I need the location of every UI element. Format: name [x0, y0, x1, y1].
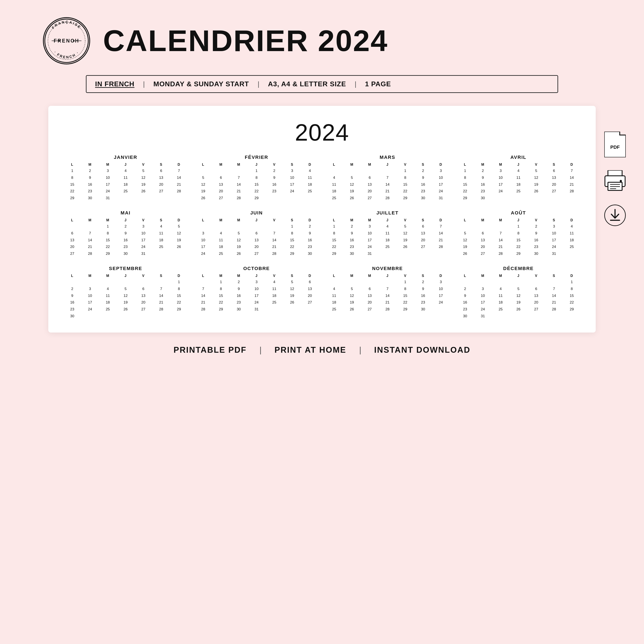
day-cell: 25: [379, 243, 396, 250]
month-block-5: JUINLMMJVSD12345678910111213141516171819…: [194, 210, 319, 257]
day-cell: 10: [283, 174, 301, 181]
day-cell: 2: [81, 167, 99, 174]
day-cell: 29: [510, 250, 527, 257]
day-cell: 26: [343, 195, 361, 202]
day-cell: 4: [117, 167, 135, 174]
info-item-2: A3, A4 & LETTER SIZE: [268, 80, 346, 88]
day-cell: 25: [99, 306, 117, 313]
day-cell: 10: [81, 292, 99, 299]
day-cell: 18: [99, 299, 117, 306]
week-row: 1234: [194, 167, 319, 174]
calendar-year: 2024: [63, 119, 581, 146]
day-cell: 5: [170, 223, 188, 230]
week-row: 19202122232425: [456, 243, 581, 250]
day-cell: 22: [170, 299, 188, 306]
day-cell: 15: [283, 237, 301, 244]
day-cell: 27: [63, 250, 81, 257]
pdf-icon: PDF: [604, 132, 626, 157]
day-cell: 27: [361, 195, 379, 202]
day-cell: 21: [81, 243, 99, 250]
day-cell: 9: [63, 292, 81, 299]
day-cell: 29: [212, 306, 230, 313]
day-cell: 18: [152, 237, 170, 244]
day-cell: 14: [563, 174, 581, 181]
week-row: 11121314151617: [325, 292, 450, 299]
day-cell: [230, 223, 248, 230]
day-header: S: [152, 273, 170, 279]
day-cell: 12: [134, 174, 152, 181]
day-cell: 19: [283, 292, 301, 299]
day-cell: [563, 195, 581, 202]
day-cell: [170, 195, 188, 202]
day-cell: 6: [361, 286, 379, 292]
week-row: 21222324252627: [194, 299, 319, 306]
day-header: V: [527, 217, 545, 223]
week-row: 123: [325, 279, 450, 286]
day-cell: 28: [194, 306, 212, 313]
month-table-11: LMMJVSD123456789101112131415161718192021…: [456, 273, 581, 320]
week-row: 13141516171819: [63, 237, 188, 244]
day-cell: 18: [510, 181, 527, 188]
week-row: 1: [63, 279, 188, 286]
day-cell: 24: [283, 188, 301, 195]
day-cell: 12: [396, 230, 414, 237]
day-header: M: [212, 217, 230, 223]
day-header: J: [248, 217, 266, 223]
day-cell: 8: [170, 286, 188, 292]
info-sep-1: |: [258, 80, 259, 88]
day-header: M: [343, 162, 361, 167]
day-header: M: [99, 273, 117, 279]
day-cell: 18: [325, 188, 343, 195]
day-cell: 23: [81, 188, 99, 195]
week-row: 891011121314: [325, 230, 450, 237]
day-cell: 19: [396, 237, 414, 244]
day-cell: 11: [325, 292, 343, 299]
day-cell: 30: [343, 250, 361, 257]
day-cell: [456, 279, 474, 286]
day-cell: [432, 250, 450, 257]
day-cell: 23: [414, 188, 432, 195]
day-cell: 1: [563, 279, 581, 286]
day-cell: 9: [414, 174, 432, 181]
week-row: 567891011: [456, 230, 581, 237]
day-cell: 23: [414, 299, 432, 306]
day-cell: 1: [283, 223, 301, 230]
day-cell: [396, 250, 414, 257]
day-cell: 12: [283, 286, 301, 292]
week-row: 26272829: [194, 195, 319, 202]
day-cell: 11: [99, 292, 117, 299]
day-cell: 4: [563, 223, 581, 230]
day-cell: 19: [134, 181, 152, 188]
day-cell: 6: [63, 230, 81, 237]
day-cell: 30: [63, 313, 81, 320]
day-cell: 1: [510, 223, 527, 230]
day-cell: [134, 313, 152, 320]
day-cell: [170, 250, 188, 257]
day-cell: [212, 223, 230, 230]
day-cell: 28: [379, 195, 396, 202]
day-cell: 13: [527, 292, 545, 299]
day-cell: [563, 250, 581, 257]
day-cell: 4: [492, 286, 510, 292]
day-cell: 11: [325, 181, 343, 188]
day-cell: 18: [301, 181, 319, 188]
day-cell: 26: [343, 306, 361, 313]
month-table-4: LMMJVSD123456789101112131415161718192021…: [63, 217, 188, 257]
day-cell: [510, 313, 527, 320]
day-cell: 31: [432, 195, 450, 202]
day-cell: 26: [194, 195, 212, 202]
svg-text:· FRENCH ·: · FRENCH ·: [53, 50, 80, 59]
day-cell: 17: [545, 237, 563, 244]
week-row: 20212223242526: [63, 243, 188, 250]
day-cell: [414, 250, 432, 257]
day-cell: 3: [99, 167, 117, 174]
day-cell: 23: [474, 188, 492, 195]
day-cell: 12: [343, 181, 361, 188]
week-row: 2728293031: [63, 250, 188, 257]
day-cell: 28: [545, 306, 563, 313]
day-cell: 19: [117, 299, 135, 306]
day-cell: [492, 313, 510, 320]
day-cell: 25: [212, 250, 230, 257]
day-cell: 24: [81, 306, 99, 313]
day-cell: 16: [230, 292, 248, 299]
